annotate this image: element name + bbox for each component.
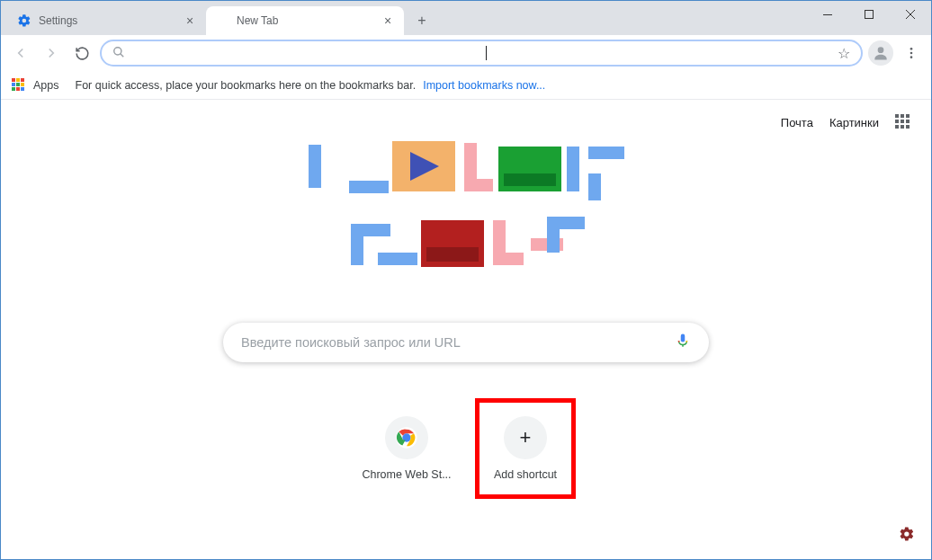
profile-avatar[interactable]	[868, 40, 893, 66]
shortcut-add[interactable]: + Add shortcut	[475, 398, 576, 499]
window-close-button[interactable]	[890, 1, 931, 28]
voice-search-icon[interactable]	[675, 331, 691, 354]
svg-rect-27	[493, 253, 524, 265]
text-caret	[486, 46, 487, 60]
toolbar: ☆	[1, 35, 931, 71]
shortcut-label: Add shortcut	[494, 468, 557, 481]
apps-icon[interactable]	[12, 78, 26, 93]
plus-icon: +	[520, 426, 532, 449]
tab-new-tab[interactable]: New Tab ×	[206, 6, 404, 35]
close-icon[interactable]: ×	[381, 13, 395, 28]
customize-gear-icon[interactable]	[899, 526, 915, 547]
mail-link[interactable]: Почта	[781, 116, 813, 129]
forward-button[interactable]	[39, 40, 64, 66]
shortcuts-row: Chrome Web St... + Add shortcut	[356, 398, 576, 499]
svg-rect-17	[504, 173, 556, 186]
import-bookmarks-link[interactable]: Import bookmarks now...	[423, 79, 545, 92]
svg-point-6	[878, 47, 884, 53]
tab-strip: Settings × New Tab × +	[1, 1, 435, 35]
search-icon	[112, 46, 125, 61]
svg-rect-10	[309, 145, 321, 188]
page-icon	[215, 13, 229, 28]
omnibox[interactable]: ☆	[100, 40, 863, 67]
back-button[interactable]	[8, 40, 33, 66]
svg-rect-20	[588, 173, 601, 200]
svg-rect-18	[567, 147, 579, 191]
top-links: Почта Картинки	[781, 114, 911, 130]
reload-button[interactable]	[69, 40, 94, 66]
svg-point-8	[910, 52, 913, 55]
google-apps-icon[interactable]	[895, 114, 911, 130]
svg-rect-30	[547, 217, 585, 229]
search-placeholder: Введите поисковый запрос или URL	[241, 335, 675, 350]
titlebar: Settings × New Tab × +	[1, 1, 931, 35]
svg-point-4	[114, 47, 121, 54]
shortcut-chrome-web-store[interactable]: Chrome Web St...	[356, 398, 457, 499]
new-tab-button[interactable]: +	[409, 8, 435, 33]
shortcut-favicon	[385, 416, 428, 459]
svg-rect-15	[464, 179, 493, 191]
svg-rect-26	[493, 220, 506, 256]
tab-settings[interactable]: Settings ×	[8, 6, 206, 35]
bookmark-bar: Apps For quick access, place your bookma…	[1, 71, 931, 100]
google-doodle[interactable]	[277, 134, 655, 278]
menu-button[interactable]	[899, 40, 924, 66]
svg-rect-22	[351, 224, 363, 265]
new-tab-page: Почта Картинки	[1, 100, 931, 559]
tab-title: New Tab	[237, 14, 381, 27]
maximize-button[interactable]	[848, 1, 890, 28]
svg-rect-25	[426, 247, 479, 262]
svg-line-5	[121, 53, 124, 57]
minimize-button[interactable]	[807, 1, 848, 28]
images-link[interactable]: Картинки	[829, 116, 879, 129]
tab-title: Settings	[39, 14, 183, 27]
ntp-search-box[interactable]: Введите поисковый запрос или URL	[223, 323, 709, 362]
add-shortcut-circle: +	[504, 416, 547, 459]
svg-rect-14	[464, 143, 477, 179]
window-controls	[807, 1, 931, 28]
bookmark-star-icon[interactable]: ☆	[838, 45, 850, 62]
apps-label[interactable]: Apps	[33, 79, 59, 92]
shortcut-label: Chrome Web St...	[362, 468, 451, 481]
gear-icon	[17, 13, 31, 28]
svg-rect-0	[823, 14, 832, 15]
address-input[interactable]	[132, 46, 484, 60]
svg-rect-19	[588, 147, 624, 159]
close-icon[interactable]: ×	[183, 13, 197, 28]
svg-rect-1	[865, 11, 874, 19]
svg-point-9	[910, 56, 913, 58]
svg-point-7	[910, 48, 913, 50]
svg-rect-11	[349, 181, 389, 193]
bookmark-hint-text: For quick access, place your bookmarks h…	[76, 79, 417, 92]
svg-rect-23	[378, 253, 417, 265]
